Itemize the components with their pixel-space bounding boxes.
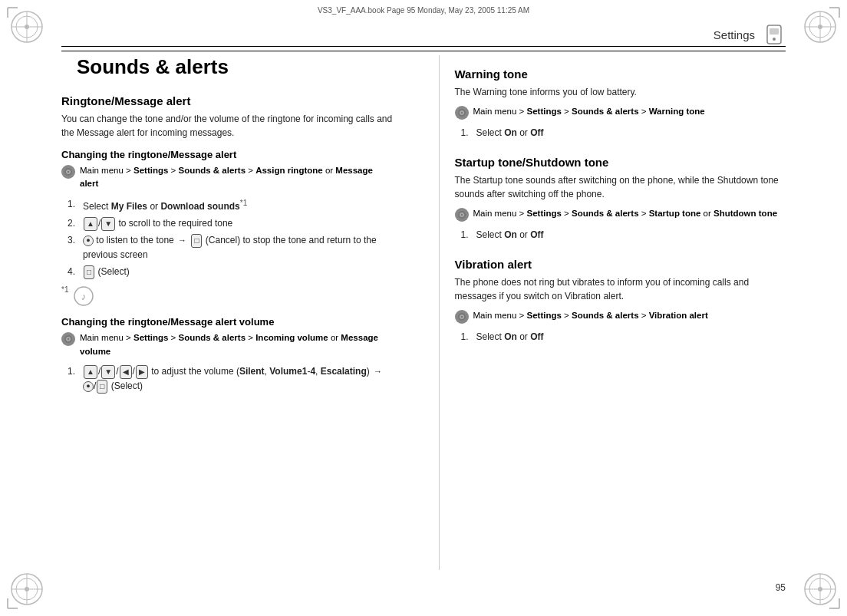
select-btn: □	[84, 265, 94, 279]
header-title: Settings	[714, 28, 755, 41]
svg-point-44	[460, 214, 462, 216]
subsection-changing-ringtone: Changing the ringtone/Message alert Main…	[61, 149, 393, 307]
phone-icon	[763, 23, 786, 46]
up-btn: ▲	[84, 217, 97, 231]
subsection-changing-ringtone-heading: Changing the ringtone/Message alert	[61, 149, 393, 160]
step-list-startup: 1. Select On or Off	[455, 228, 786, 242]
nav-path-startup-text: Main menu > Settings > Sounds & alerts >…	[473, 207, 778, 220]
svg-point-25	[818, 587, 822, 591]
section-vibration-heading: Vibration alert	[455, 258, 786, 271]
step-ringtone-1: 1. Select My Files or Download sounds*1	[68, 197, 393, 214]
footnote-area: *1 ♪	[61, 285, 393, 307]
step-num-4: 4.	[68, 265, 75, 279]
corner-decoration-br	[797, 566, 843, 612]
footnote-marker: *1	[61, 285, 68, 294]
svg-text:♪: ♪	[81, 291, 87, 302]
nav-path-volume-text: Main menu > Settings > Sounds & alerts >…	[80, 331, 393, 358]
vol-up-btn: ▲	[84, 365, 97, 379]
nav-path-vibration-text: Main menu > Settings > Sounds & alerts >…	[473, 309, 708, 322]
file-info-text: VS3_VF_AAA.book Page 95 Monday, May 23, …	[318, 6, 529, 15]
step-list-ringtone: 1. Select My Files or Download sounds*1 …	[61, 197, 393, 280]
nav-path-ringtone-text: Main menu > Settings > Sounds & alerts >…	[80, 164, 393, 191]
left-column: Sounds & alerts Ringtone/Message alert Y…	[61, 55, 408, 570]
arrow-sym-vol: →	[374, 367, 382, 376]
arrow-sym: →	[178, 236, 186, 245]
section-startup-heading: Startup tone/Shutdown tone	[455, 156, 786, 169]
section-ringtone: Ringtone/Message alert You can change th…	[61, 94, 393, 394]
cancel-btn: □	[191, 234, 202, 248]
nav-path-startup: Main menu > Settings > Sounds & alerts >…	[455, 207, 786, 222]
step-vib-num-1: 1.	[461, 330, 469, 344]
svg-point-4	[25, 25, 29, 29]
svg-point-38	[68, 338, 69, 340]
vol-down-btn: ▼	[101, 365, 115, 379]
vol-center-btn: ●	[83, 381, 94, 392]
step-list-warning: 1. Select On or Off	[455, 126, 786, 140]
nav-icon-startup	[455, 208, 469, 222]
svg-rect-29	[770, 28, 779, 35]
step-vibration-1: 1. Select On or Off	[461, 330, 786, 344]
step-ringtone-2: 2. ▲/▼ to scroll to the required tone	[68, 216, 393, 231]
corner-decoration-tl	[4, 4, 50, 50]
step-volume-1: 1. ▲/▼/◀/▶ to adjust the volume (Silent,…	[68, 364, 393, 394]
vol-left-btn: ◀	[120, 365, 132, 379]
section-warning-heading: Warning tone	[455, 68, 786, 81]
nav-path-warning-text: Main menu > Settings > Sounds & alerts >…	[473, 105, 705, 118]
corner-decoration-bl	[4, 566, 50, 612]
down-btn: ▼	[101, 217, 115, 231]
step-ringtone-3: 3. ● to listen to the tone → □ (Cancel) …	[68, 233, 393, 262]
step-num-3: 3.	[68, 233, 75, 248]
vol-select-btn: □	[97, 380, 107, 394]
step-num-2: 2.	[68, 216, 75, 231]
content-wrapper: Sounds & alerts Ringtone/Message alert Y…	[61, 55, 786, 570]
nav-icon-vibration	[455, 310, 469, 324]
footnote-icon: ♪	[73, 285, 94, 307]
svg-point-30	[773, 38, 776, 41]
right-column: Warning tone The Warning tone informs yo…	[439, 55, 786, 570]
svg-point-18	[25, 587, 29, 591]
section-startup-body: The Startup tone sounds after switching …	[455, 173, 786, 201]
page-number: 95	[776, 582, 786, 593]
nav-icon-volume	[61, 332, 75, 346]
vol-right-btn: ▶	[136, 365, 148, 379]
step-warning-1: 1. Select On or Off	[461, 126, 786, 140]
nav-path-ringtone: Main menu > Settings > Sounds & alerts >…	[61, 164, 393, 191]
step-num-1: 1.	[68, 197, 75, 212]
top-divider	[61, 46, 786, 47]
section-warning-body: The Warning tone informs you of low batt…	[455, 85, 786, 99]
svg-point-47	[460, 316, 462, 318]
nav-path-warning: Main menu > Settings > Sounds & alerts >…	[455, 105, 786, 120]
section-ringtone-heading: Ringtone/Message alert	[61, 94, 393, 107]
section-vibration-alert: Vibration alert The phone does not ring …	[455, 258, 786, 344]
page-title: Sounds & alerts	[61, 55, 393, 79]
nav-icon-ringtone	[61, 165, 75, 179]
file-info-bar: VS3_VF_AAA.book Page 95 Monday, May 23, …	[318, 6, 529, 15]
step-startup-1: 1. Select On or Off	[461, 228, 786, 242]
section-warning-tone: Warning tone The Warning tone informs yo…	[455, 68, 786, 140]
step-ringtone-4: 4. □ (Select)	[68, 265, 393, 279]
section-vibration-body: The phone does not ring but vibrates to …	[455, 275, 786, 303]
nav-path-volume: Main menu > Settings > Sounds & alerts >…	[61, 331, 393, 358]
center-btn: ●	[83, 236, 94, 246]
svg-point-33	[68, 171, 69, 173]
section-ringtone-body: You can change the tone and/or the volum…	[61, 112, 393, 140]
nav-path-vibration: Main menu > Settings > Sounds & alerts >…	[455, 309, 786, 324]
step-list-vibration: 1. Select On or Off	[455, 330, 786, 344]
step-warn-num-1: 1.	[461, 126, 469, 140]
subsection-volume-heading: Changing the ringtone/Message alert volu…	[61, 316, 393, 328]
step-list-volume: 1. ▲/▼/◀/▶ to adjust the volume (Silent,…	[61, 364, 393, 394]
subsection-changing-volume: Changing the ringtone/Message alert volu…	[61, 316, 393, 394]
svg-point-11	[818, 25, 822, 29]
corner-decoration-tr	[797, 4, 843, 50]
section-startup-tone: Startup tone/Shutdown tone The Startup t…	[455, 156, 786, 242]
step-start-num-1: 1.	[461, 228, 469, 242]
step-vol-num-1: 1.	[68, 364, 75, 379]
svg-point-41	[460, 112, 462, 114]
header: Settings	[61, 23, 786, 51]
nav-icon-warning	[455, 106, 469, 120]
